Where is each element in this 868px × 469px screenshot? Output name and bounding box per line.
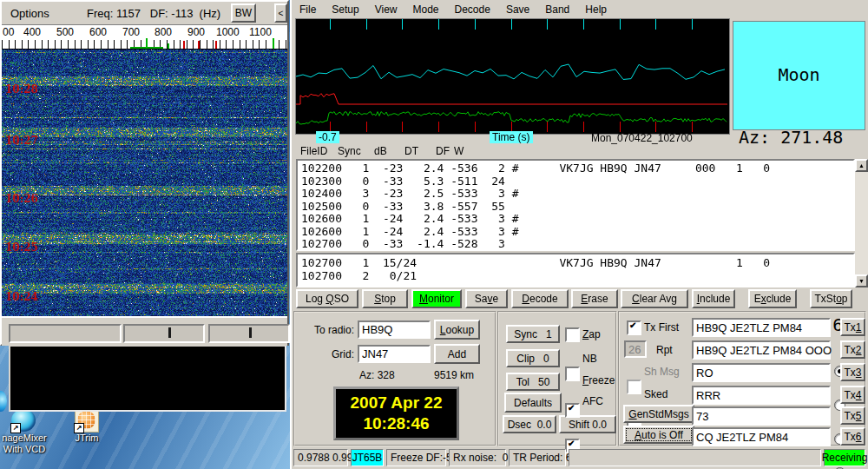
- jtrim-icon: ↗: [75, 409, 99, 433]
- freeze-checkbox[interactable]: [565, 403, 580, 418]
- status-rx-noise: Rx noise: 0 dB: [449, 449, 506, 466]
- clear-avg-button[interactable]: Clear Avg: [621, 289, 688, 308]
- decode-text-area[interactable]: 102200 1 -23 2.4 -536 2 # VK7JG HB9Q JN4…: [296, 159, 855, 251]
- log-qso-button[interactable]: Log QSO: [296, 289, 358, 308]
- col-sync: Sync: [338, 145, 361, 157]
- col-fileid: FileID: [300, 145, 327, 157]
- tx-first-checkbox[interactable]: [627, 320, 641, 335]
- decode-line[interactable]: 102300 0 -33 5.3 -511 24: [301, 175, 853, 188]
- scale-label: 500: [56, 26, 74, 38]
- zap-checkbox[interactable]: [565, 327, 580, 342]
- save-button[interactable]: Save: [465, 289, 508, 308]
- tx1-button[interactable]: Tx1: [840, 318, 865, 336]
- sync-control[interactable]: Sync 1: [506, 325, 560, 343]
- txstop-button[interactable]: TxStop: [810, 289, 852, 308]
- scale-label: 1000: [216, 26, 240, 38]
- avg-decode-line[interactable]: 102700 1 15/24 VK7JG HB9Q JN47 1 0: [301, 256, 853, 269]
- slider-handle[interactable]: [168, 327, 171, 338]
- tx5-button[interactable]: Tx5: [840, 406, 865, 425]
- utc-date: 2007 Apr 22: [351, 393, 443, 413]
- decode-button[interactable]: Decode: [511, 289, 569, 308]
- avg-decode-line[interactable]: 102700 2 0/21: [301, 269, 853, 282]
- graph-start-label: -0.7: [316, 131, 339, 143]
- waterfall-display[interactable]: 10:28 10:27 10:26 10:25 10:24: [2, 49, 287, 317]
- grid-input[interactable]: JN47: [358, 345, 431, 363]
- scale-label: 800: [155, 26, 172, 38]
- azimuth-readout: Az: 328: [359, 369, 395, 381]
- to-radio-input[interactable]: HB9Q: [358, 320, 431, 339]
- clip-control[interactable]: Clip 0: [506, 349, 560, 367]
- tx-message-2[interactable]: HB9Q JE2TLZ PM84 OOO: [692, 340, 831, 360]
- decode-line[interactable]: 102400 3 -23 2.5 -533 3 #: [301, 188, 853, 201]
- scrollbar-left-arrow[interactable]: <: [274, 3, 287, 23]
- graph-label-row: -0.7 Time (s) Mon_070422_102700: [292, 131, 866, 145]
- menu-help[interactable]: Help: [577, 1, 615, 18]
- scroll-up-arrow[interactable]: ▲: [855, 159, 868, 172]
- decode-line[interactable]: 102700 0 -33 -1.4 -528 3: [301, 238, 853, 251]
- decode-line[interactable]: 102500 0 -33 3.8 -557 55: [301, 201, 853, 214]
- menu-save[interactable]: Save: [498, 1, 537, 18]
- tx-message-5[interactable]: 73: [692, 406, 831, 426]
- zero-slider[interactable]: [208, 324, 290, 343]
- col-df: DF: [436, 145, 450, 157]
- dsec-control[interactable]: Dsec 0.0: [503, 415, 556, 433]
- sh-msg-checkbox[interactable]: [627, 380, 641, 394]
- status-spacer: [569, 449, 821, 466]
- freeze-label: Freeze: [582, 374, 615, 386]
- erase-button[interactable]: Erase: [571, 289, 618, 308]
- tx-message-4[interactable]: RRR: [692, 386, 831, 405]
- slider-handle[interactable]: [249, 327, 252, 338]
- nb-checkbox[interactable]: [565, 367, 580, 381]
- menu-band[interactable]: Band: [537, 1, 577, 18]
- decode-scrollbar[interactable]: ▲ ▼: [855, 159, 868, 287]
- station-group: To radio: HB9Q Lookup Grid: JN47 Add Az:…: [293, 311, 496, 446]
- options-menu[interactable]: Options: [10, 7, 49, 20]
- rpt-input[interactable]: 26: [624, 340, 647, 358]
- defaults-button[interactable]: Defaults: [504, 393, 562, 413]
- gain-slider[interactable]: [123, 324, 205, 343]
- decode-line[interactable]: 102600 1 -24 2.4 -533 3 #: [301, 213, 853, 226]
- slider-well[interactable]: [9, 324, 122, 343]
- menu-file[interactable]: File: [292, 1, 324, 18]
- tx2-button[interactable]: Tx2: [840, 340, 865, 359]
- tx-message-1[interactable]: HB9Q JE2TLZ PM84: [692, 318, 831, 337]
- tx6-button[interactable]: Tx6: [840, 427, 865, 446]
- desktop-icon-jtrim[interactable]: ↗ JTrim: [48, 409, 126, 444]
- stop-button[interactable]: Stop: [362, 289, 408, 308]
- tx-message-6[interactable]: CQ JE2TLZ PM84: [692, 427, 831, 446]
- average-text-area[interactable]: 102700 1 15/24 VK7JG HB9Q JN47 1 0 10270…: [296, 253, 855, 287]
- exclude-button[interactable]: Exclude: [748, 289, 797, 308]
- waterfall-timestamp: 10:27: [5, 135, 38, 147]
- waterfall-timestamp: 10:24: [5, 291, 38, 303]
- lookup-button[interactable]: Lookup: [434, 320, 480, 340]
- include-button[interactable]: Include: [692, 289, 735, 308]
- parameters-group: Sync 1 Clip 0 Tol 50 Defaults Dsec 0.0 S…: [497, 311, 617, 446]
- decode-line[interactable]: 102600 1 -24 2.4 -533 3 #: [301, 226, 853, 239]
- gen-std-msgs-button[interactable]: GenStdMsgs: [623, 405, 694, 423]
- bw-button[interactable]: BW: [231, 3, 256, 23]
- col-w: W: [454, 145, 464, 157]
- scroll-down-arrow[interactable]: ▼: [855, 274, 868, 287]
- tx3-button[interactable]: Tx3: [840, 363, 865, 381]
- monitor-button[interactable]: Monitor: [411, 289, 462, 308]
- tol-control[interactable]: Tol 50: [506, 373, 560, 391]
- utc-time: 10:28:46: [363, 413, 429, 434]
- menu-mode[interactable]: Mode: [405, 1, 447, 18]
- col-db: dB: [374, 145, 387, 157]
- waterfall-timestamp: 10:25: [5, 241, 38, 254]
- distance-readout: 9519 km: [434, 369, 474, 381]
- auto-button[interactable]: Auto is Off: [623, 426, 694, 444]
- rpt-label: Rpt: [656, 344, 673, 356]
- sked-label: Sked: [644, 388, 667, 400]
- nb-label: NB: [582, 353, 597, 365]
- shift-control[interactable]: Shift 0.0: [559, 415, 616, 433]
- menu-view[interactable]: View: [367, 1, 405, 18]
- add-button[interactable]: Add: [434, 344, 480, 364]
- menu-decode[interactable]: Decode: [447, 1, 498, 18]
- decode-line[interactable]: 102200 1 -23 2.4 -536 2 # VK7JG HB9Q JN4…: [301, 162, 853, 175]
- scale-label: 400: [23, 26, 41, 38]
- menu-setup[interactable]: Setup: [324, 1, 366, 18]
- tx4-button[interactable]: Tx4: [840, 386, 865, 404]
- waterfall-canvas[interactable]: [2, 50, 287, 317]
- tx-message-3[interactable]: RO: [692, 363, 831, 382]
